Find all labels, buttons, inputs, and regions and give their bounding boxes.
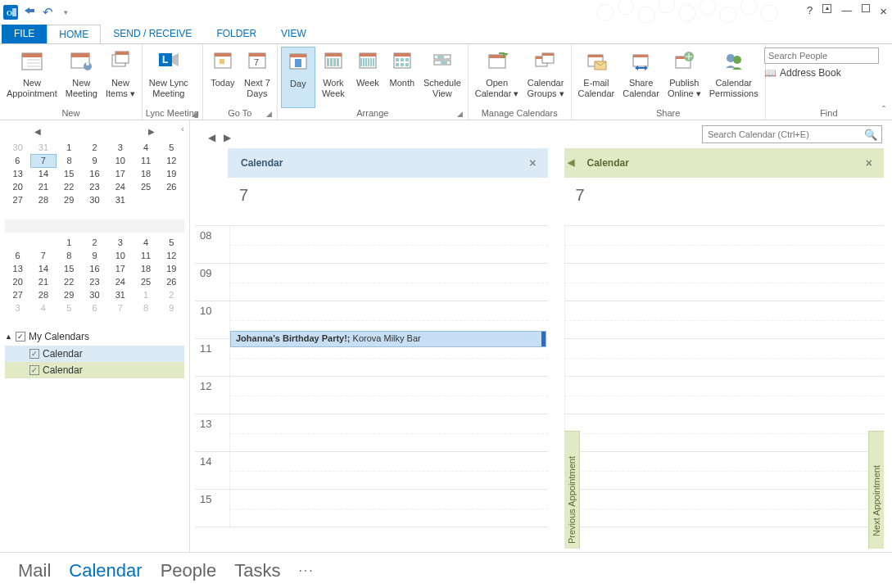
mini-cal-day[interactable]: 4 (30, 301, 56, 314)
mini-cal-day[interactable]: 7 (30, 154, 56, 167)
mini-cal-day[interactable]: 1 (57, 141, 82, 154)
mini-cal-day[interactable]: 28 (30, 193, 56, 206)
mini-cal-day[interactable]: 10 (107, 249, 133, 262)
time-row[interactable] (564, 226, 885, 264)
mini-cal-day[interactable]: 10 (107, 154, 133, 167)
calendar-groups-button[interactable]: Calendar Groups ▾ (523, 47, 567, 108)
minimize-icon[interactable]: — (841, 4, 852, 18)
time-row[interactable]: 15 (195, 490, 548, 527)
launcher-icon[interactable]: ◢ (266, 110, 272, 118)
previous-appointment-handle[interactable]: Previous Appointment (564, 431, 580, 549)
mini-cal-day[interactable]: 2 (82, 236, 107, 249)
mini-calendar-2[interactable]: 1234567891011121314151617181920212223242… (5, 219, 184, 314)
mini-cal-day[interactable]: 18 (133, 262, 158, 275)
mini-cal-day[interactable]: 20 (5, 180, 30, 193)
new-appointment-button[interactable]: New Appointment (3, 47, 61, 108)
mini-cal-day[interactable]: 2 (82, 141, 107, 154)
calendar-permissions-button[interactable]: Calendar Permissions (706, 47, 762, 108)
checkbox-icon[interactable]: ✓ (29, 365, 39, 375)
time-row[interactable]: 12 (195, 377, 548, 414)
checkbox-icon[interactable]: ✓ (29, 349, 39, 359)
mail-module[interactable]: Mail (18, 560, 51, 581)
today-button[interactable]: Today (206, 47, 239, 108)
next7days-button[interactable]: 7Next 7 Days (241, 47, 274, 108)
search-people-input[interactable] (764, 47, 879, 64)
mini-cal-day[interactable]: 28 (30, 288, 56, 301)
close-icon[interactable]: × (880, 4, 887, 18)
share-calendar-button[interactable]: Share Calendar (619, 47, 663, 108)
mini-cal-day[interactable]: 30 (82, 193, 107, 206)
mini-cal-day[interactable]: 1 (57, 236, 82, 249)
mini-cal-day[interactable]: 21 (30, 275, 56, 288)
mini-cal-day[interactable]: 24 (107, 180, 133, 193)
mini-cal-day[interactable]: 27 (5, 193, 30, 206)
mini-cal-day[interactable]: 4 (133, 236, 158, 249)
mini-cal-day[interactable]: 8 (133, 301, 158, 314)
time-row[interactable] (564, 264, 885, 301)
mini-cal-day[interactable]: 1 (133, 288, 158, 301)
mini-cal-day[interactable]: 13 (5, 262, 30, 275)
mini-cal-day[interactable]: 31 (30, 141, 56, 154)
tasks-module[interactable]: Tasks (234, 560, 280, 581)
mini-cal-day[interactable] (133, 193, 158, 206)
mini-cal-day[interactable]: 27 (5, 288, 30, 301)
send-receive-qat-icon[interactable] (23, 6, 36, 19)
mini-cal-day[interactable] (30, 236, 56, 249)
collapse-nav-icon[interactable]: ‹ (181, 124, 184, 133)
mini-cal-day[interactable]: 12 (159, 154, 184, 167)
mini-cal-day[interactable]: 6 (82, 301, 107, 314)
mini-cal-day[interactable]: 30 (5, 141, 30, 154)
mini-cal-day[interactable]: 29 (57, 193, 82, 206)
mini-cal-day[interactable]: 13 (5, 167, 30, 180)
mini-cal-day[interactable]: 20 (5, 275, 30, 288)
mini-cal-day[interactable]: 11 (133, 249, 158, 262)
mini-cal-day[interactable]: 8 (57, 154, 82, 167)
mini-cal-day[interactable]: 26 (159, 180, 184, 193)
calendar-search-input[interactable] (702, 125, 882, 143)
mini-cal-day[interactable]: 18 (133, 167, 158, 180)
calendar-item-2[interactable]: ✓Calendar (5, 362, 184, 378)
collapse-ribbon-icon[interactable]: ˆ (882, 105, 885, 116)
close-icon[interactable]: × (529, 156, 536, 170)
mini-cal-day[interactable]: 5 (159, 141, 184, 154)
back-arrow-icon[interactable]: ◀ (568, 157, 574, 168)
mini-cal-day[interactable]: 2 (159, 288, 184, 301)
mini-cal-day[interactable]: 16 (82, 167, 107, 180)
launcher-icon[interactable]: ◢ (192, 110, 197, 118)
mini-cal-day[interactable]: 25 (133, 275, 158, 288)
mini-cal-day[interactable]: 8 (57, 249, 82, 262)
ribbon-display-icon[interactable]: ▴ (822, 4, 831, 13)
mini-cal-day[interactable]: 11 (133, 154, 158, 167)
appointment[interactable]: Johanna's Birthday Party!; Korova Milky … (230, 331, 546, 347)
day-button[interactable]: Day (281, 47, 315, 108)
mini-cal-day[interactable]: 9 (82, 154, 107, 167)
mini-cal-day[interactable]: 23 (82, 180, 107, 193)
mini-cal-day[interactable]: 3 (107, 236, 133, 249)
tab-view[interactable]: VIEW (269, 24, 319, 43)
mini-cal-day[interactable]: 5 (57, 301, 82, 314)
tab-folder[interactable]: FOLDER (204, 24, 269, 43)
calendar-tab-2[interactable]: ◀Calendar× (564, 148, 885, 178)
open-calendar-button[interactable]: Open Calendar ▾ (472, 47, 523, 108)
mini-cal-day[interactable]: 24 (107, 275, 133, 288)
tab-home[interactable]: HOME (47, 25, 101, 44)
mini-cal-day[interactable]: 21 (30, 180, 56, 193)
next-day-icon[interactable]: ▶ (224, 132, 231, 143)
maximize-icon[interactable] (862, 4, 870, 12)
time-row[interactable] (564, 301, 885, 339)
time-row[interactable] (564, 377, 885, 414)
mini-cal-day[interactable] (159, 193, 184, 206)
calendar-module[interactable]: Calendar (69, 560, 142, 581)
next-month-icon[interactable]: ▶ (148, 127, 155, 136)
publish-online-button[interactable]: Publish Online ▾ (664, 47, 704, 108)
mini-cal-day[interactable]: 3 (107, 141, 133, 154)
mini-cal-day[interactable]: 25 (133, 180, 158, 193)
mini-cal-day[interactable]: 29 (57, 288, 82, 301)
month-button[interactable]: Month (386, 47, 419, 108)
time-row[interactable]: 14 (195, 452, 548, 490)
mini-cal-day[interactable] (5, 236, 30, 249)
mini-cal-day[interactable]: 6 (5, 154, 30, 167)
tab-file[interactable]: FILE (2, 24, 47, 43)
search-icon[interactable]: 🔍 (864, 129, 877, 141)
prev-day-icon[interactable]: ◀ (208, 132, 215, 143)
